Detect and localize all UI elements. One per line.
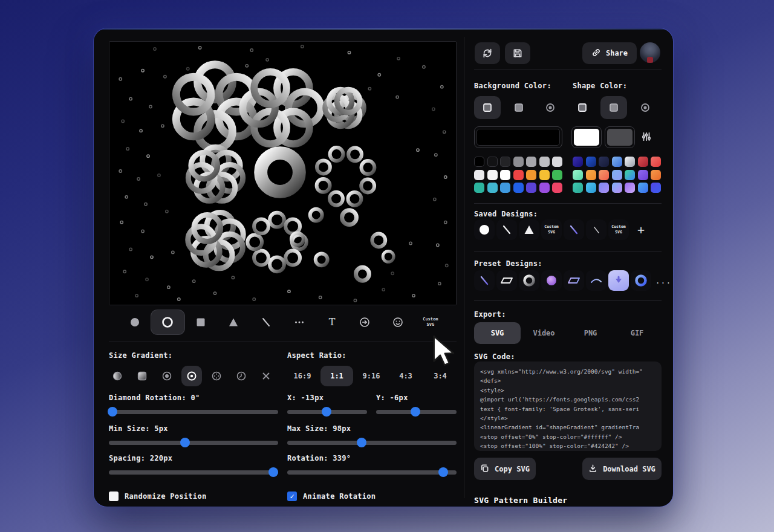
saved-design-custom[interactable]: CustomSVG	[541, 219, 562, 240]
saved-design-circle[interactable]	[474, 219, 495, 240]
randomize-position-checkbox[interactable]	[109, 491, 119, 501]
shape-tool-text[interactable]: T	[316, 310, 348, 334]
color-swatch[interactable]	[474, 170, 484, 180]
slider-track[interactable]	[109, 470, 278, 475]
shape-tool-triangle[interactable]	[217, 310, 250, 334]
gradient-swatch[interactable]	[573, 183, 583, 193]
export-svg-tab[interactable]: SVG	[474, 322, 521, 344]
slider-diamond-rotation[interactable]	[109, 407, 278, 417]
preset-design-circle-purple[interactable]	[541, 270, 562, 291]
saved-design-line-thin[interactable]	[586, 219, 607, 240]
size-gradient-quad-dots-icon[interactable]	[206, 366, 227, 386]
gradient-swatch[interactable]	[586, 170, 596, 180]
slider-thumb[interactable]	[268, 467, 278, 477]
slider-thumb[interactable]	[180, 438, 190, 447]
gradient-swatch[interactable]	[612, 170, 622, 180]
download-svg-button[interactable]: Download SVG	[582, 458, 662, 480]
share-button[interactable]: Share	[582, 42, 637, 64]
preset-design-ring-white[interactable]	[519, 270, 539, 291]
shape-solid-toggle[interactable]	[569, 96, 596, 119]
slider-y[interactable]	[376, 407, 457, 417]
gradient-swatch[interactable]	[625, 157, 635, 167]
shape-tool-smiley[interactable]	[381, 310, 414, 334]
color-swatch[interactable]	[552, 157, 562, 167]
slider-track[interactable]	[109, 410, 278, 414]
avatar[interactable]	[640, 42, 660, 63]
color-swatch[interactable]	[526, 183, 536, 193]
export-gif-tab[interactable]: GIF	[614, 322, 660, 344]
svg-code-textarea[interactable]: <svg xmlns="http://www.w3.org/2000/svg" …	[474, 362, 662, 451]
gradient-swatch[interactable]	[651, 157, 661, 167]
slider-track[interactable]	[287, 441, 457, 445]
add-saved-design-button[interactable]: +	[631, 219, 651, 240]
slider-max-size[interactable]	[287, 438, 457, 447]
save-button[interactable]	[505, 42, 530, 64]
gradient-swatch[interactable]	[638, 170, 648, 180]
size-gradient-center-dot-icon[interactable]	[181, 366, 202, 386]
color-swatch[interactable]	[539, 170, 550, 180]
color-swatch[interactable]	[513, 170, 524, 180]
size-gradient-radial-rings-icon[interactable]	[157, 366, 177, 386]
gradient-swatch[interactable]	[625, 183, 635, 193]
slider-min-size[interactable]	[109, 438, 278, 447]
color-swatch[interactable]	[500, 183, 510, 193]
saved-design-triangle[interactable]	[519, 219, 539, 240]
refresh-button[interactable]	[475, 42, 500, 64]
gradient-swatch[interactable]	[638, 157, 648, 167]
size-gradient-half-moon-icon[interactable]	[107, 366, 128, 386]
color-swatch[interactable]	[474, 183, 484, 193]
gradient-settings-icon[interactable]	[641, 131, 652, 144]
color-swatch[interactable]	[513, 157, 524, 167]
aspect-ratio-1-1[interactable]: 1:1	[320, 366, 353, 386]
background-color-picker[interactable]	[474, 126, 562, 148]
shape-gradient-toggle[interactable]	[600, 96, 627, 119]
background-solid-toggle[interactable]	[474, 96, 501, 119]
color-swatch[interactable]	[500, 170, 510, 180]
slider-thumb[interactable]	[438, 467, 448, 477]
gradient-swatch[interactable]	[651, 183, 661, 193]
preset-design-arc[interactable]	[586, 270, 607, 291]
slider-rotation[interactable]	[287, 467, 457, 477]
gradient-swatch[interactable]	[651, 170, 661, 180]
more-presets-button[interactable]: ...	[653, 270, 673, 291]
slider-x[interactable]	[287, 407, 367, 417]
preset-design-ring-blue[interactable]	[631, 270, 651, 291]
color-swatch[interactable]	[487, 170, 498, 180]
color-swatch[interactable]	[552, 170, 562, 180]
size-gradient-gradient-square-icon[interactable]	[132, 366, 152, 386]
color-swatch[interactable]	[539, 157, 550, 167]
saved-design-line[interactable]	[496, 219, 517, 240]
shape-tool-square[interactable]	[184, 310, 217, 334]
gradient-swatch[interactable]	[586, 157, 596, 167]
shape-color-picker-b[interactable]	[605, 126, 635, 148]
preset-design-line-purple[interactable]	[474, 270, 495, 291]
saved-design-custom[interactable]: CustomSVG	[608, 219, 629, 240]
slider-spacing[interactable]	[109, 467, 278, 477]
color-swatch[interactable]	[513, 183, 524, 193]
color-swatch[interactable]	[487, 157, 498, 167]
gradient-swatch[interactable]	[625, 170, 635, 180]
shape-tool-line[interactable]	[250, 310, 282, 334]
aspect-ratio-9-16[interactable]: 9:16	[355, 366, 388, 386]
export-video-tab[interactable]: Video	[521, 322, 567, 344]
shape-tool-custom-svg[interactable]: CustomSVG	[414, 310, 447, 334]
preset-design-arrow-down[interactable]	[608, 270, 629, 291]
gradient-swatch[interactable]	[573, 157, 583, 167]
slider-thumb[interactable]	[357, 438, 366, 447]
shape-radial-toggle[interactable]	[632, 96, 659, 119]
slider-thumb[interactable]	[322, 407, 331, 417]
gradient-swatch[interactable]	[638, 183, 648, 193]
size-gradient-clock-icon[interactable]	[231, 366, 252, 386]
shape-color-picker-a[interactable]	[571, 126, 602, 148]
aspect-ratio-16-9[interactable]: 16:9	[286, 366, 319, 386]
gradient-swatch[interactable]	[612, 157, 622, 167]
preset-design-parallelogram-purple[interactable]	[564, 270, 584, 291]
pattern-canvas[interactable]	[109, 41, 457, 305]
color-swatch[interactable]	[487, 183, 498, 193]
preset-design-parallelogram[interactable]	[496, 270, 517, 291]
gradient-swatch[interactable]	[586, 183, 596, 193]
background-radial-toggle[interactable]	[537, 96, 564, 119]
aspect-ratio-3-4[interactable]: 3:4	[424, 366, 457, 386]
background-gradient-toggle[interactable]	[506, 96, 532, 119]
color-swatch[interactable]	[474, 157, 484, 167]
